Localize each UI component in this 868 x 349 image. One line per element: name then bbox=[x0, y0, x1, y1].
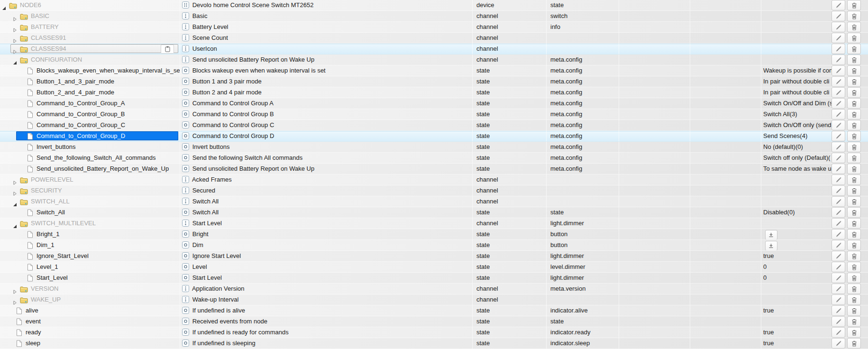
tree-cell[interactable]: Blocks_wakeup_even_when_wakeup_interval_… bbox=[0, 65, 180, 76]
delete-button[interactable] bbox=[847, 33, 861, 43]
edit-button[interactable] bbox=[831, 273, 845, 283]
tree-cell[interactable]: Send_unsolicited_Battery_Report_on_Wake_… bbox=[0, 164, 180, 174]
tree-cell[interactable]: VERSION bbox=[0, 284, 180, 294]
table-row[interactable]: Send_the_following_Switch_All_commands S… bbox=[0, 153, 868, 164]
edit-button[interactable] bbox=[831, 207, 845, 218]
expand-arrow-icon[interactable] bbox=[13, 287, 17, 291]
table-row[interactable]: CLASSES94 UserIcon channel bbox=[0, 44, 868, 55]
table-row[interactable]: CONFIGURATION Send unsolicited Battery R… bbox=[0, 55, 868, 65]
delete-button[interactable] bbox=[847, 11, 861, 21]
table-row[interactable]: SECURITY Secured channel bbox=[0, 185, 868, 196]
tree-cell[interactable]: Level_1 bbox=[0, 262, 180, 273]
tree-cell[interactable]: Ignore_Start_Level bbox=[0, 251, 180, 262]
table-row[interactable]: Button_2_and_4_pair_mode Button 2 and 4 … bbox=[0, 87, 868, 98]
tree-cell[interactable]: sleep bbox=[0, 338, 180, 349]
table-row[interactable]: Bright_1 Bright state button bbox=[0, 229, 868, 240]
delete-button[interactable] bbox=[847, 0, 861, 10]
delete-button[interactable] bbox=[847, 131, 861, 141]
table-row[interactable]: BASIC Basic channel switch bbox=[0, 11, 868, 22]
edit-button[interactable] bbox=[831, 0, 845, 10]
table-row[interactable]: Switch_All Switch All state state Disabl… bbox=[0, 207, 868, 218]
edit-button[interactable] bbox=[831, 153, 845, 163]
collapse-arrow-icon[interactable] bbox=[13, 58, 17, 62]
tree-cell[interactable]: CLASSES91 bbox=[0, 33, 180, 44]
delete-button[interactable] bbox=[847, 164, 861, 174]
edit-button[interactable] bbox=[831, 305, 845, 316]
edit-button[interactable] bbox=[831, 98, 845, 109]
tree-cell[interactable]: Dim_1 bbox=[0, 240, 180, 251]
edit-button[interactable] bbox=[831, 44, 845, 54]
delete-button[interactable] bbox=[847, 240, 861, 250]
expand-arrow-icon[interactable] bbox=[13, 178, 17, 182]
table-row[interactable]: ready If undefined is ready for commands… bbox=[0, 327, 868, 338]
expand-arrow-icon[interactable] bbox=[13, 298, 17, 302]
edit-button[interactable] bbox=[831, 164, 845, 174]
edit-button[interactable] bbox=[831, 240, 845, 250]
table-row[interactable]: BATTERY Battery Level channel info bbox=[0, 22, 868, 33]
tree-cell[interactable]: alive bbox=[0, 305, 180, 316]
expand-arrow-icon[interactable] bbox=[13, 47, 17, 51]
table-row[interactable]: NODE6 Devolo home Control Scene Switch M… bbox=[0, 0, 868, 11]
table-row[interactable]: event Received events from node state st… bbox=[0, 316, 868, 327]
tree-cell[interactable]: Command_to_Control_Group_C bbox=[0, 120, 180, 131]
edit-button[interactable] bbox=[831, 262, 845, 272]
edit-button[interactable] bbox=[831, 11, 845, 21]
expand-arrow-icon[interactable] bbox=[13, 14, 17, 18]
edit-button[interactable] bbox=[831, 33, 845, 43]
tree-cell[interactable]: SECURITY bbox=[0, 185, 180, 196]
delete-button[interactable] bbox=[847, 76, 861, 87]
edit-button[interactable] bbox=[831, 196, 845, 207]
tree-cell[interactable]: CLASSES94 bbox=[0, 44, 180, 55]
table-row[interactable]: WAKE_UP Wake-up Interval channel bbox=[0, 294, 868, 305]
tree-cell[interactable]: Command_to_Control_Group_B bbox=[0, 109, 180, 120]
delete-button[interactable] bbox=[847, 65, 861, 76]
table-row[interactable]: Blocks_wakeup_even_when_wakeup_interval_… bbox=[0, 65, 868, 76]
table-row[interactable]: POWERLEVEL Acked Frames channel bbox=[0, 174, 868, 185]
delete-button[interactable] bbox=[847, 305, 861, 316]
delete-button[interactable] bbox=[847, 142, 861, 152]
table-row[interactable]: VERSION Application Version channel meta… bbox=[0, 284, 868, 294]
tree-cell[interactable]: Command_to_Control_Group_A bbox=[0, 98, 180, 109]
tree-cell[interactable]: Start_Level bbox=[0, 273, 180, 284]
delete-button[interactable] bbox=[847, 327, 861, 338]
delete-button[interactable] bbox=[847, 251, 861, 261]
collapse-arrow-icon[interactable] bbox=[13, 221, 17, 226]
table-row[interactable]: alive If undefined is alive state indica… bbox=[0, 305, 868, 316]
edit-button[interactable] bbox=[831, 338, 845, 349]
delete-button[interactable] bbox=[847, 294, 861, 305]
edit-button[interactable] bbox=[831, 120, 845, 130]
table-row[interactable]: Command_to_Control_Group_A Command to Co… bbox=[0, 98, 868, 109]
table-row[interactable]: Command_to_Control_Group_B Command to Co… bbox=[0, 109, 868, 120]
delete-button[interactable] bbox=[847, 316, 861, 327]
table-row[interactable]: Command_to_Control_Group_C Command to Co… bbox=[0, 120, 868, 131]
edit-button[interactable] bbox=[831, 316, 845, 327]
delete-button[interactable] bbox=[847, 98, 861, 109]
edit-button[interactable] bbox=[831, 174, 845, 185]
delete-button[interactable] bbox=[847, 87, 861, 98]
tree-cell[interactable]: Button_1_and_3_pair_mode bbox=[0, 76, 180, 87]
table-row[interactable]: Send_unsolicited_Battery_Report_on_Wake_… bbox=[0, 164, 868, 174]
collapse-arrow-icon[interactable] bbox=[13, 200, 17, 204]
edit-button[interactable] bbox=[831, 55, 845, 65]
edit-button[interactable] bbox=[831, 76, 845, 87]
tree-cell[interactable]: Send_the_following_Switch_All_commands bbox=[0, 153, 180, 164]
delete-button[interactable] bbox=[847, 44, 861, 54]
tree-cell[interactable]: Invert_buttons bbox=[0, 142, 180, 153]
collapse-arrow-icon[interactable] bbox=[2, 3, 6, 8]
table-row[interactable]: SWITCH_ALL Switch All channel bbox=[0, 196, 868, 207]
copy-button[interactable] bbox=[161, 45, 174, 54]
tree-cell[interactable]: NODE6 bbox=[0, 0, 180, 11]
table-row[interactable]: Level_1 Level state level.dimmer 0 bbox=[0, 262, 868, 273]
tree-cell[interactable]: BATTERY bbox=[0, 22, 180, 33]
table-row[interactable]: SWITCH_MULTILEVEL Start Level channel li… bbox=[0, 218, 868, 229]
table-row[interactable]: Dim_1 Dim state button bbox=[0, 240, 868, 251]
delete-button[interactable] bbox=[847, 273, 861, 283]
delete-button[interactable] bbox=[847, 55, 861, 65]
edit-button[interactable] bbox=[831, 22, 845, 32]
delete-button[interactable] bbox=[847, 22, 861, 32]
expand-arrow-icon[interactable] bbox=[13, 189, 17, 193]
press-button[interactable] bbox=[765, 241, 777, 251]
delete-button[interactable] bbox=[847, 338, 861, 349]
delete-button[interactable] bbox=[847, 109, 861, 119]
table-row[interactable]: Ignore_Start_Level Ignore Start Level st… bbox=[0, 251, 868, 262]
